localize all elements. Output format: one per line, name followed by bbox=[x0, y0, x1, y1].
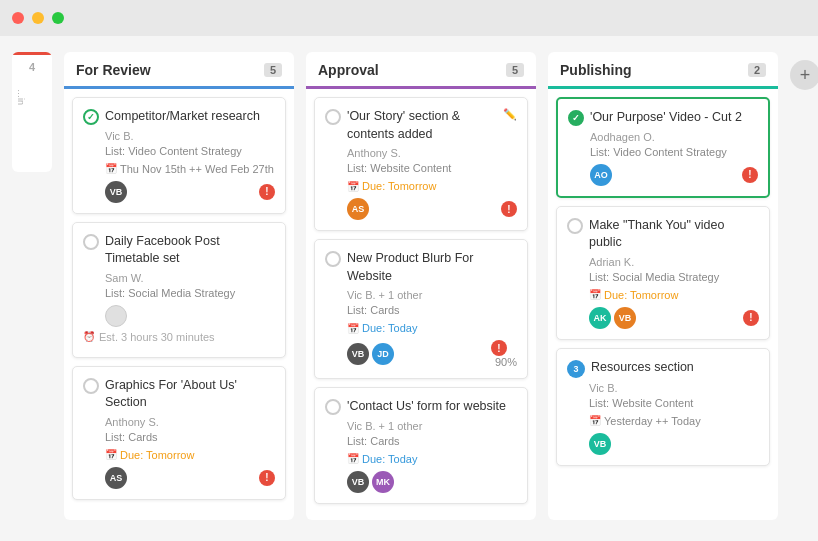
card-check-pu1[interactable] bbox=[568, 110, 584, 126]
card-footer-cr3: AS ! bbox=[83, 467, 275, 489]
calendar-icon-pu2: 📅 bbox=[589, 289, 601, 300]
card-check-ap3[interactable] bbox=[325, 399, 341, 415]
avatar-pu1: AO bbox=[590, 164, 612, 186]
avatar-ap2-2: JD bbox=[372, 343, 394, 365]
card-footer-cr2 bbox=[83, 305, 275, 327]
priority-icon-ap1: ! bbox=[501, 201, 517, 217]
avatar-cr2 bbox=[105, 305, 127, 327]
column-approval: Approval 5 'Our Story' section & content… bbox=[306, 52, 536, 520]
board: 4 …in For Review 5 Competitor/Market res… bbox=[0, 36, 818, 541]
column-publishing: Publishing 2 'Our Purpose' Video - Cut 2… bbox=[548, 52, 778, 520]
partial-column-bar bbox=[12, 52, 52, 55]
card-footer-ap2: VB JD ! 90% bbox=[325, 340, 517, 368]
card-graphics-about-us[interactable]: Graphics For 'About Us' Section Anthony … bbox=[72, 366, 286, 500]
card-contact-us-form[interactable]: 'Contact Us' form for website Vic B. + 1… bbox=[314, 387, 528, 504]
card-check-cr1[interactable] bbox=[83, 109, 99, 125]
card-footer-ap3: VB MK bbox=[325, 471, 517, 493]
card-list-cr2: List: Social Media Strategy bbox=[105, 287, 275, 299]
column-header-publishing: Publishing 2 bbox=[548, 52, 778, 89]
card-avatars-cr2 bbox=[105, 305, 127, 327]
column-header-approval: Approval 5 bbox=[306, 52, 536, 89]
calendar-icon-ap2: 📅 bbox=[347, 323, 359, 334]
card-check-pu2[interactable] bbox=[567, 218, 583, 234]
column-body-approval[interactable]: 'Our Story' section & contents added ✏️ … bbox=[306, 89, 536, 520]
card-list-pu2: List: Social Media Strategy bbox=[589, 271, 759, 283]
column-body-for-review[interactable]: Competitor/Market research Vic B. List: … bbox=[64, 89, 294, 520]
avatar-ap1: AS bbox=[347, 198, 369, 220]
card-meta-ap2: Vic B. + 1 other bbox=[347, 289, 517, 301]
partial-column-count: 4 bbox=[12, 61, 52, 73]
card-avatars-ap2: VB JD bbox=[347, 343, 394, 365]
card-list-cr3: List: Cards bbox=[105, 431, 275, 443]
card-avatars-cr1: VB bbox=[105, 181, 127, 203]
card-check-ap2[interactable] bbox=[325, 251, 341, 267]
card-meta-pu1: Aodhagen O. bbox=[590, 131, 758, 143]
card-resources-section[interactable]: 3 Resources section Vic B. List: Website… bbox=[556, 348, 770, 466]
partial-column-content: …in bbox=[12, 73, 52, 172]
card-list-pu3: List: Website Content bbox=[589, 397, 759, 409]
priority-icon-cr3: ! bbox=[259, 470, 275, 486]
card-new-product-blurb[interactable]: New Product Blurb For Website Vic B. + 1… bbox=[314, 239, 528, 379]
card-avatars-ap1: AS bbox=[347, 198, 369, 220]
card-our-story[interactable]: 'Our Story' section & contents added ✏️ … bbox=[314, 97, 528, 231]
card-avatars-pu1: AO bbox=[590, 164, 612, 186]
card-title-cr3: Graphics For 'About Us' Section bbox=[105, 377, 275, 412]
card-date-pu3: 📅 Yesterday ++ Today bbox=[589, 415, 759, 427]
card-list-pu1: List: Video Content Strategy bbox=[590, 146, 758, 158]
column-body-publishing[interactable]: 'Our Purpose' Video - Cut 2 Aodhagen O. … bbox=[548, 89, 778, 520]
card-thank-you-video[interactable]: Make "Thank You" video public Adrian K. … bbox=[556, 206, 770, 340]
card-footer-pu3: VB bbox=[567, 433, 759, 455]
card-footer-cr1: VB ! bbox=[83, 181, 275, 203]
card-title-ap2: New Product Blurb For Website bbox=[347, 250, 517, 285]
close-dot[interactable] bbox=[12, 12, 24, 24]
column-count-approval: 5 bbox=[506, 63, 524, 77]
titlebar bbox=[0, 0, 818, 36]
card-title-cr2: Daily Facebook Post Timetable set bbox=[105, 233, 275, 268]
card-avatars-cr3: AS bbox=[105, 467, 127, 489]
priority-icon-pu2: ! bbox=[743, 310, 759, 326]
card-date-pu2: 📅 Due: Tomorrow bbox=[589, 289, 759, 301]
card-avatars-pu2: AK VB bbox=[589, 307, 636, 329]
card-list-ap2: List: Cards bbox=[347, 304, 517, 316]
priority-icon-pu1: ! bbox=[742, 167, 758, 183]
calendar-icon-pu3: 📅 bbox=[589, 415, 601, 426]
card-title-pu3: Resources section bbox=[591, 359, 759, 377]
card-check-ap1[interactable] bbox=[325, 109, 341, 125]
card-meta-pu2: Adrian K. bbox=[589, 256, 759, 268]
card-check-cr3[interactable] bbox=[83, 378, 99, 394]
avatar-ap2-1: VB bbox=[347, 343, 369, 365]
avatar-pu2-2: VB bbox=[614, 307, 636, 329]
card-meta-cr2: Sam W. bbox=[105, 272, 275, 284]
calendar-icon-ap1: 📅 bbox=[347, 181, 359, 192]
card-date-cr1: 📅 Thu Nov 15th ++ Wed Feb 27th bbox=[105, 163, 275, 175]
column-count-publishing: 2 bbox=[748, 63, 766, 77]
card-footer-pu2: AK VB ! bbox=[567, 307, 759, 329]
card-meta-pu3: Vic B. bbox=[589, 382, 759, 394]
card-daily-facebook[interactable]: Daily Facebook Post Timetable set Sam W.… bbox=[72, 222, 286, 358]
maximize-dot[interactable] bbox=[52, 12, 64, 24]
add-column-button[interactable]: + bbox=[790, 60, 818, 90]
calendar-icon-cr1: 📅 bbox=[105, 163, 117, 174]
edit-icon-ap1[interactable]: ✏️ bbox=[503, 108, 517, 121]
card-meta-ap1: Anthony S. bbox=[347, 147, 517, 159]
card-check-cr2[interactable] bbox=[83, 234, 99, 250]
clock-icon-cr2: ⏰ bbox=[83, 331, 95, 342]
card-date-ap3: 📅 Due: Today bbox=[347, 453, 517, 465]
card-our-purpose-video[interactable]: 'Our Purpose' Video - Cut 2 Aodhagen O. … bbox=[556, 97, 770, 198]
partial-column-text: …in bbox=[16, 89, 26, 105]
avatar-ap3-1: VB bbox=[347, 471, 369, 493]
card-progress-ap2: ! 90% bbox=[491, 340, 517, 368]
card-date-cr3: 📅 Due: Tomorrow bbox=[105, 449, 275, 461]
card-est-cr2: ⏰ Est. 3 hours 30 minutes bbox=[83, 331, 275, 343]
card-date-ap2: 📅 Due: Today bbox=[347, 322, 517, 334]
column-count-for-review: 5 bbox=[264, 63, 282, 77]
avatar-ap3-2: MK bbox=[372, 471, 394, 493]
card-competitor-market-research[interactable]: Competitor/Market research Vic B. List: … bbox=[72, 97, 286, 214]
card-title-cr1: Competitor/Market research bbox=[105, 108, 275, 126]
card-title-ap1: 'Our Story' section & contents added bbox=[347, 108, 497, 143]
card-meta-cr1: Vic B. bbox=[105, 130, 275, 142]
minimize-dot[interactable] bbox=[32, 12, 44, 24]
card-list-ap1: List: Website Content bbox=[347, 162, 517, 174]
avatar-pu2-1: AK bbox=[589, 307, 611, 329]
card-badge-pu3: 3 bbox=[567, 360, 585, 378]
